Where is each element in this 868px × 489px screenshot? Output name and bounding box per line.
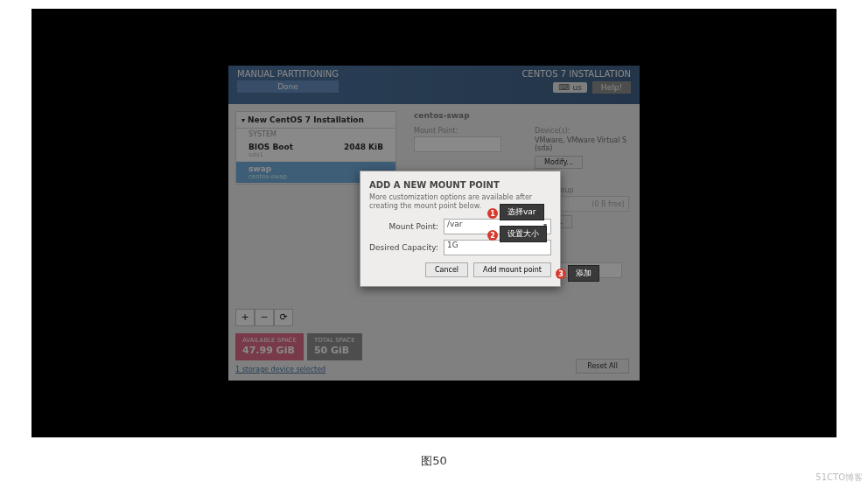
add-mount-button[interactable]: Add mount point bbox=[473, 262, 551, 277]
callout-2: 设置大小 bbox=[500, 226, 547, 242]
callout-3: 添加 bbox=[568, 265, 599, 282]
figure-caption: 图50 bbox=[0, 453, 868, 469]
callout-badge-1: 1 bbox=[487, 208, 498, 219]
callout-badge-3: 3 bbox=[556, 269, 566, 279]
dialog-title: ADD A NEW MOUNT POINT bbox=[369, 180, 551, 190]
callout-1: 选择var bbox=[500, 204, 544, 220]
watermark: 51CTO博客 bbox=[816, 472, 863, 484]
cancel-button[interactable]: Cancel bbox=[425, 262, 468, 277]
dialog-mount-label: Mount Point: bbox=[369, 222, 444, 231]
dialog-capacity-label: Desired Capacity: bbox=[369, 243, 444, 252]
callout-badge-2: 2 bbox=[487, 230, 498, 241]
